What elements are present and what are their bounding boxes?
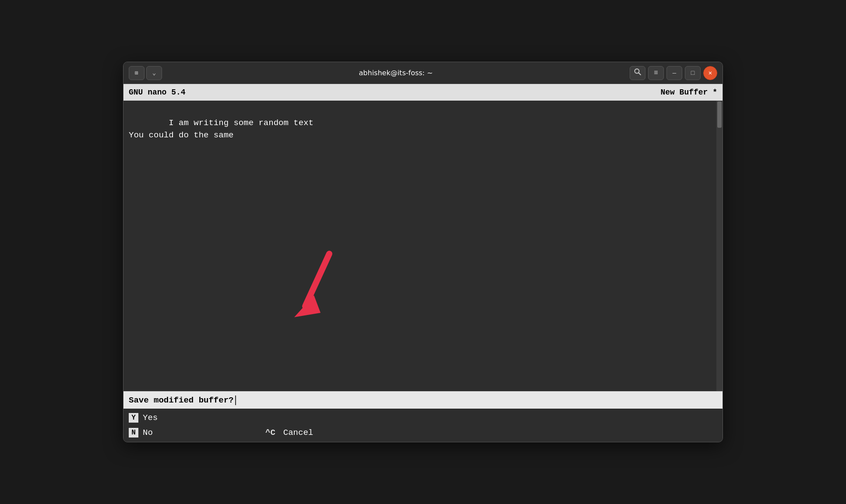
annotation-arrow (290, 249, 342, 319)
new-tab-icon: ⊞ (135, 70, 138, 77)
nano-version: GNU nano 5.4 (129, 88, 186, 97)
option-yes-key: Y (129, 413, 138, 423)
nano-buffer-name: New Buffer * (660, 88, 717, 97)
option-no-key: N (129, 428, 138, 438)
nano-save-prompt: Save modified buffer? (123, 391, 723, 409)
editor-line-2: You could do the same (129, 130, 233, 140)
nano-editor[interactable]: I am writing some random text You could … (123, 101, 723, 391)
search-icon (634, 68, 642, 78)
dropdown-button[interactable]: ⌄ (146, 66, 162, 80)
save-prompt-text: Save modified buffer? (129, 396, 233, 405)
option-yes-label: Yes (143, 413, 158, 423)
titlebar-left: ⊞ ⌄ (129, 66, 162, 80)
editor-line-1: I am writing some random text (169, 118, 314, 128)
svg-line-2 (305, 254, 329, 306)
svg-line-1 (639, 73, 641, 75)
option-no-row[interactable]: N No ^C Cancel (123, 425, 723, 440)
maximize-button[interactable]: □ (685, 66, 701, 80)
titlebar-controls: ≡ — □ ✕ (630, 66, 717, 80)
svg-marker-3 (294, 295, 321, 317)
editor-text: I am writing some random text You could … (129, 104, 717, 154)
minimize-icon: — (673, 70, 676, 77)
option-no-label: No (143, 428, 230, 438)
terminal-content-wrapper: GNU nano 5.4 New Buffer * I am writing s… (123, 84, 723, 442)
terminal-window: ⊞ ⌄ abhishek@its-foss: ~ ≡ — (123, 62, 723, 442)
window-title: abhishek@its-foss: ~ (162, 69, 630, 77)
menu-button[interactable]: ≡ (648, 66, 664, 80)
option-yes-row[interactable]: Y Yes (123, 410, 723, 425)
chevron-down-icon: ⌄ (152, 69, 156, 77)
option-cancel-label: Cancel (283, 428, 313, 438)
minimize-button[interactable]: — (666, 66, 682, 80)
scrollbar[interactable] (716, 101, 723, 391)
close-button[interactable]: ✕ (703, 66, 717, 80)
new-tab-button[interactable]: ⊞ (129, 66, 145, 80)
hamburger-icon: ≡ (654, 69, 658, 77)
nano-header: GNU nano 5.4 New Buffer * (123, 84, 723, 101)
maximize-icon: □ (691, 70, 694, 77)
close-icon: ✕ (709, 69, 712, 77)
titlebar: ⊞ ⌄ abhishek@its-foss: ~ ≡ — (123, 62, 723, 84)
scrollbar-thumb[interactable] (717, 102, 722, 128)
search-button[interactable] (630, 66, 645, 80)
cursor (235, 396, 236, 405)
nano-options: Y Yes N No ^C Cancel (123, 409, 723, 442)
option-cancel-shortcut: ^C (265, 428, 275, 438)
